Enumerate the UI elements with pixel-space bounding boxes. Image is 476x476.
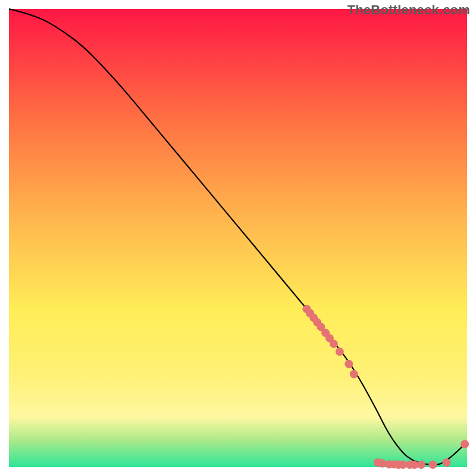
chart-svg: [0, 0, 476, 476]
data-point: [336, 347, 344, 356]
data-point: [350, 370, 358, 378]
data-point: [417, 461, 425, 469]
data-point: [442, 458, 450, 466]
data-point: [461, 440, 469, 449]
data-point: [330, 340, 338, 348]
data-point: [428, 461, 437, 469]
watermark-label: TheBottleneck.com: [347, 2, 470, 18]
chart-container: TheBottleneck.com: [0, 0, 476, 476]
plot-background: [9, 9, 467, 467]
data-point: [345, 360, 353, 368]
